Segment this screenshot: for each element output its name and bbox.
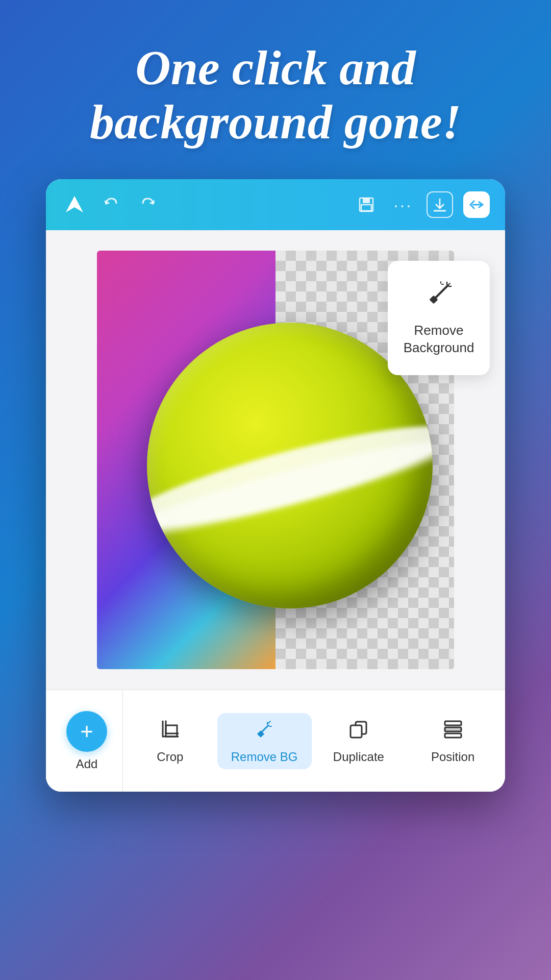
svg-rect-3 [361,205,371,211]
duplicate-label: Duplicate [333,750,384,764]
crop-label: Crop [157,750,183,764]
remove-background-popup[interactable]: Remove Background [388,261,490,375]
svg-rect-2 [363,198,370,203]
add-button[interactable]: + [66,711,107,752]
tool-items: Crop Remove BG [123,690,500,792]
crop-tool[interactable]: Crop [123,713,217,769]
app-logo [61,191,88,218]
position-label: Position [431,750,474,764]
duplicate-icon [347,718,370,744]
bottom-toolbar: + Add Crop [46,690,505,792]
download-button[interactable] [427,191,453,218]
remove-bg-tool[interactable]: Remove BG [217,713,312,769]
duplicate-tool[interactable]: Duplicate [312,713,406,769]
svg-line-11 [448,283,450,285]
share-button[interactable] [463,191,490,218]
svg-rect-15 [166,725,177,737]
crop-icon [159,718,181,744]
undo-button[interactable] [98,191,124,218]
svg-rect-24 [445,733,461,738]
save-button[interactable] [353,191,380,218]
app-window: ··· [46,179,505,792]
more-options-button[interactable]: ··· [390,191,416,218]
magic-wand-icon [423,279,454,314]
svg-rect-22 [445,721,461,725]
canvas-area: Remove Background [46,230,505,690]
hero-title: One click and background gone! [59,41,492,149]
svg-line-20 [268,721,270,723]
add-button-wrapper[interactable]: + Add [51,690,123,792]
position-tool[interactable]: Position [406,713,500,769]
svg-rect-23 [445,727,461,731]
redo-button[interactable] [135,191,161,218]
svg-marker-0 [66,196,83,212]
toolbar: ··· [46,179,505,230]
add-label: Add [76,757,98,771]
remove-background-label: Remove Background [404,322,474,357]
remove-bg-label: Remove BG [231,750,298,764]
remove-bg-icon [253,718,276,744]
position-icon [442,718,464,744]
svg-rect-21 [350,725,362,738]
